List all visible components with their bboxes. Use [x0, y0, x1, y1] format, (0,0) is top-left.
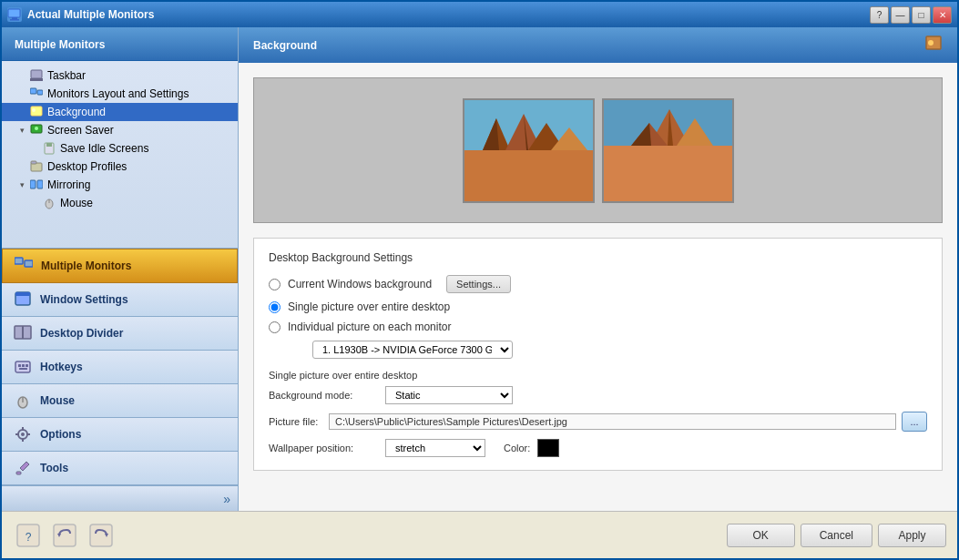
tree-item-background[interactable]: Background [2, 103, 238, 121]
mirroring-icon [29, 178, 44, 192]
monitor-preview-1 [463, 98, 595, 203]
radio-single-picture[interactable] [269, 301, 281, 313]
screen-saver-icon [29, 123, 44, 137]
main-header-icon [924, 35, 943, 56]
main-window: Actual Multiple Monitors ? — □ ✕ Multipl… [0, 0, 959, 560]
window-controls: ? — □ ✕ [870, 6, 952, 24]
tree-item-screen-saver[interactable]: ▾ Screen Saver [2, 121, 238, 139]
svg-rect-20 [25, 260, 33, 267]
tree-label-background: Background [47, 106, 106, 118]
settings-button[interactable]: Settings... [446, 275, 511, 293]
radio-individual-picture[interactable] [269, 321, 281, 333]
sidebar-tree: Taskbar Monitors Layout and Settings Bac… [2, 61, 238, 248]
nav-mouse[interactable]: Mouse [2, 384, 238, 418]
svg-rect-60 [90, 524, 112, 546]
undo-btn[interactable] [49, 520, 80, 551]
nav-hotkeys-icon [13, 357, 33, 377]
nav-multiple-monitors[interactable]: Multiple Monitors [2, 249, 238, 283]
nav-options-icon [13, 424, 33, 444]
nav-label-multiple-monitors: Multiple Monitors [41, 260, 131, 272]
color-swatch[interactable] [537, 439, 559, 457]
tree-item-monitors-layout[interactable]: Monitors Layout and Settings [2, 85, 238, 103]
tree-item-mirroring[interactable]: ▾ Mirroring [2, 176, 238, 194]
svg-point-10 [35, 127, 38, 130]
nav-label-mouse: Mouse [40, 394, 75, 407]
svg-rect-38 [16, 472, 21, 474]
tree-item-save-idle[interactable]: Save Idle Screens [2, 139, 238, 158]
footer-left: ? [13, 520, 117, 551]
background-icon [29, 105, 44, 119]
mouse-tree-icon [42, 196, 56, 210]
main-title: Background [253, 39, 317, 52]
svg-rect-3 [31, 70, 42, 78]
picture-file-label: Picture file: [269, 416, 323, 427]
mirroring-expand: ▾ [16, 179, 27, 190]
desktop-profiles-icon [29, 159, 44, 174]
bg-mode-label: Background mode: [269, 390, 378, 401]
nav-desktop-divider[interactable]: Desktop Divider [2, 317, 238, 351]
monitor-select-row: 1. L1930B -> NVIDIA GeForce 7300 GT [269, 341, 927, 359]
wallpaper-position-select[interactable]: stretch tile center fit fill [385, 439, 485, 457]
minimize-btn[interactable]: — [891, 6, 910, 24]
footer: ? OK Cancel Apply [2, 511, 957, 558]
radio-single-label: Single picture over entire desktop [288, 300, 450, 313]
svg-text:?: ? [26, 531, 32, 544]
taskbar-icon [29, 68, 44, 83]
sidebar-nav: Multiple Monitors Window Settings Deskto… [2, 248, 238, 485]
radio-current-label: Current Windows background [288, 278, 432, 290]
expand-icon [29, 198, 40, 209]
help-btn[interactable]: ? [870, 6, 889, 24]
browse-button[interactable]: ... [902, 412, 927, 432]
main-content: Desktop Background Settings Current Wind… [239, 63, 957, 511]
svg-point-40 [928, 40, 933, 46]
title-bar: Actual Multiple Monitors ? — □ ✕ [2, 2, 957, 27]
radio-individual-label: Individual picture on each monitor [288, 321, 451, 333]
redo-btn[interactable] [86, 520, 117, 551]
color-label: Color: [504, 443, 530, 453]
cancel-button[interactable]: Cancel [801, 524, 872, 547]
svg-rect-46 [464, 150, 595, 203]
svg-point-33 [21, 433, 25, 436]
tree-item-mouse[interactable]: Mouse [2, 194, 238, 212]
expand-icon [16, 88, 27, 99]
expand-icon [16, 161, 27, 172]
svg-rect-19 [15, 258, 23, 264]
tree-label-monitors: Monitors Layout and Settings [47, 87, 189, 100]
radio-group: Current Windows background Settings... S… [269, 275, 927, 359]
nav-label-window-settings: Window Settings [40, 293, 128, 306]
nav-label-options: Options [40, 428, 81, 441]
main-header: Background [239, 27, 957, 63]
svg-rect-6 [37, 90, 43, 95]
picture-file-input[interactable]: C:\Users\Public\Pictures\Sample Pictures… [329, 413, 896, 430]
nav-window-settings-icon [13, 290, 33, 310]
tree-item-taskbar[interactable]: Taskbar [2, 66, 238, 85]
svg-rect-0 [8, 9, 20, 17]
radio-current-windows-bg[interactable] [269, 279, 281, 290]
nav-hotkeys[interactable]: Hotkeys [2, 351, 238, 384]
nav-window-settings[interactable]: Window Settings [2, 283, 238, 317]
desktop-preview [253, 77, 943, 223]
monitor-dropdown[interactable]: 1. L1930B -> NVIDIA GeForce 7300 GT [312, 341, 513, 359]
svg-rect-16 [37, 180, 43, 188]
save-idle-icon [42, 141, 56, 156]
tree-item-desktop-profiles[interactable]: Desktop Profiles [2, 158, 238, 176]
footer-right: OK Cancel Apply [727, 524, 946, 547]
svg-rect-1 [12, 17, 17, 19]
expand-sidebar-btn[interactable]: » [223, 492, 230, 506]
svg-rect-26 [18, 364, 21, 367]
nav-options[interactable]: Options [2, 418, 238, 452]
apply-button[interactable]: Apply [878, 524, 946, 547]
help-footer-btn[interactable]: ? [13, 520, 44, 551]
content-area: Multiple Monitors Taskbar Monitors L [2, 27, 957, 511]
radio-row-current-bg: Current Windows background Settings... [269, 275, 927, 293]
maximize-btn[interactable]: □ [912, 6, 931, 24]
close-btn[interactable]: ✕ [933, 6, 952, 24]
app-icon [7, 7, 22, 22]
bg-mode-select[interactable]: Static Slideshow Solid color [385, 386, 513, 404]
nav-tools[interactable]: Tools [2, 452, 238, 485]
tree-label-save-idle: Save Idle Screens [60, 142, 148, 155]
bg-mode-row: Background mode: Static Slideshow Solid … [269, 386, 927, 404]
sidebar-footer: » [2, 485, 238, 511]
window-title: Actual Multiple Monitors [27, 8, 154, 21]
ok-button[interactable]: OK [727, 524, 795, 547]
